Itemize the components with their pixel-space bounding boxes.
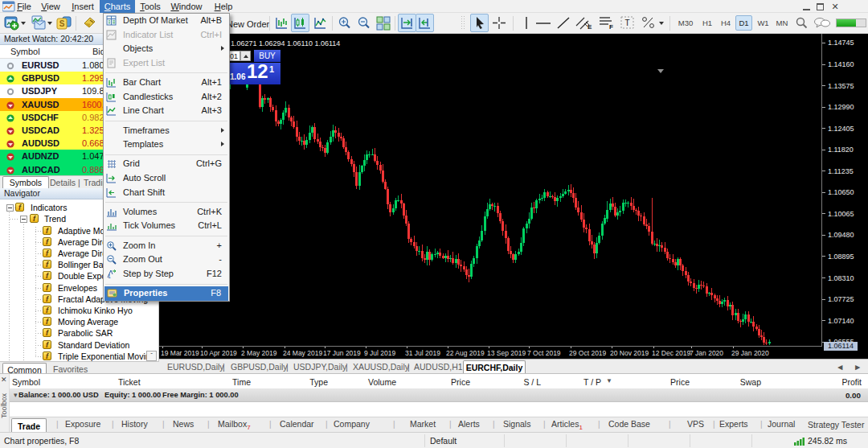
svg-text:F: F [609, 23, 613, 31]
svg-text:E: E [588, 23, 592, 31]
svg-text:1: 1 [108, 273, 111, 279]
svg-text:T: T [624, 18, 629, 27]
svg-text:S: S [59, 19, 65, 28]
